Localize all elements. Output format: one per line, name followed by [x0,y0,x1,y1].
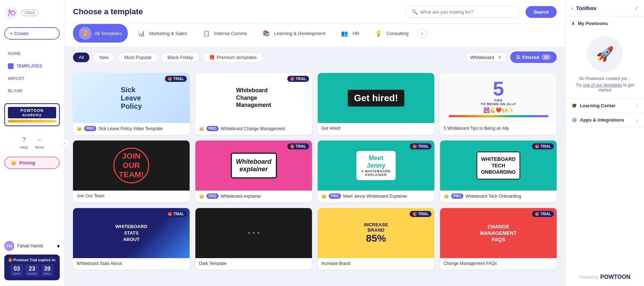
pricing-icon: 👑 [11,160,16,166]
template-card-change-mgmt[interactable]: WhiteboardChangeManagement 🎁 TRIAL 👑 PRO… [195,73,312,135]
pro-badge-text: PRO [84,126,96,131]
pro-crown-icon: 👑 [77,126,82,131]
cat-consulting-icon: 💡 [374,28,384,38]
svg-point-1 [8,10,10,12]
toolbox-header: › Toolbox ⤢ [566,0,644,16]
chip-label: Whiteboard [470,55,494,60]
card-label-join: Join Our Team [73,191,190,202]
toolbox-section-apps: ⚙️ Apps & Integrations › [566,113,644,127]
trial-timer: 03 DAYS 23 HOURS 39 MINS [8,264,56,277]
filter-popular[interactable]: Most Popular [118,52,158,63]
powered-by-area: Powered by POWTOON [566,268,644,286]
academy-box[interactable]: POWTOON academy [4,103,60,126]
user-chevron-icon: ▾ [57,243,60,250]
gift-icon: 🎁 [209,55,215,60]
academy-logo: POWTOON academy [8,107,56,118]
pro-crown-tech: 👑 [444,194,449,199]
cat-tab-all[interactable]: 🎨 All Templates [73,24,128,43]
trial-icon-wb: 🎁 [290,144,294,148]
card-label-wb-tech: 👑 PRO Whiteboard Tech Onboarding [440,191,557,202]
no-powtoons-area: 🚀 No Powtoons created yet... Try one of … [566,30,644,98]
cat-internal-icon: 📋 [201,28,211,38]
template-grid-container: SickLeavePolicy 🎁 TRIAL 👑 PRO Sick Leave… [64,67,565,286]
timer-mins: 39 MINS [41,264,54,277]
template-card-change-faqs[interactable]: ChangeManagementFAQs 🎁 TRIAL Change Mana… [440,208,557,270]
apps-chevron-icon: › [637,118,638,123]
nav-blank[interactable]: BLANK [4,85,60,96]
trial-banner: 🎁 Premium Trial expires in: 03 DAYS 23 H… [4,255,60,280]
timer-days: 03 DAYS [10,264,23,277]
template-card-sick-leave[interactable]: SickLeavePolicy 🎁 TRIAL 👑 PRO Sick Leave… [73,73,190,135]
powtoon-brand-text: POWTOON [600,274,630,280]
more-categories-button[interactable]: › [417,28,427,38]
card-thumb-wb-explainer: Whiteboardexplainer 🎁 TRIAL [195,140,312,191]
filter-all[interactable]: All [73,53,89,62]
filter-premium[interactable]: 🎁 Premium templates [203,52,263,63]
card-label-get-hired: Get Hired! [318,123,434,134]
search-input[interactable] [420,9,514,15]
pro-crown-jenny: 👑 [321,194,327,199]
pro-crown-wb: 👑 [199,194,204,199]
card-thumb-stats: WHITEBOARDSTATSABOUT 🎁 TRIAL [73,208,190,258]
5-tips-thumb: 5 TIPSTO BEING AN ALLY ☮️💪❤️🙌✨ [440,73,557,123]
template-card-get-hired[interactable]: Get hired! Get Hired! [318,73,434,135]
trial-icon-stats: 🎁 [168,212,172,216]
card-thumb-sick-leave: SickLeavePolicy 🎁 TRIAL [73,73,190,123]
cat-tab-marketing[interactable]: 📊 Marketing & Sales [131,25,193,41]
cat-tab-internal[interactable]: 📋 Internal Comms [196,25,253,41]
help-button[interactable]: ? Help [20,136,28,149]
template-card-join-team[interactable]: JOINOURTEAM! Join Our Team [73,140,190,202]
nav-import[interactable]: IMPORT [4,73,60,84]
apps-title: ⚙️ Apps & Integrations [571,117,624,123]
search-icon: 🔍 [411,9,418,15]
trial-badge-brand: 🎁 TRIAL [410,211,431,217]
template-card-dark[interactable]: ✦ ✦ ✦ Dark Template [195,208,312,270]
pro-badge-change: PRO [206,126,219,131]
template-card-wb-tech[interactable]: WHITEBOARDTECHONBOARDING 🎁 TRIAL 👑 PRO W… [440,140,557,202]
template-card-stats[interactable]: WHITEBOARDSTATSABOUT 🎁 TRIAL Whiteboard … [73,208,190,270]
whiteboard-chip: Whiteboard ✕ [465,52,506,62]
nav-templates[interactable]: TEMPLATES [4,60,60,72]
template-card-wb-explainer[interactable]: Whiteboardexplainer 🎁 TRIAL 👑 PRO Whiteb… [195,140,312,202]
avatar: FH [4,241,14,251]
trial-badge-meet-jenny: 🎁 TRIAL [410,143,431,149]
template-card-5-tips[interactable]: 5 TIPSTO BEING AN ALLY ☮️💪❤️🙌✨ 5 Whitebo… [440,73,557,135]
create-button[interactable]: + Create [4,27,60,40]
chip-remove-button[interactable]: ✕ [498,54,502,60]
user-name: Fahad Hamid [17,243,54,248]
cat-tab-consulting[interactable]: 💡 Consulting [368,25,414,41]
user-area[interactable]: FH Fahad Hamid ▾ [4,237,60,251]
nav-home[interactable]: HOME [4,48,60,59]
card-label-brand: Increase Brand [318,258,434,270]
powtoon-illustration: 🚀 [587,36,623,72]
card-label-stats: Whiteboard Stats About [73,258,190,270]
logo-area: FREE [4,6,60,20]
pricing-button[interactable]: 👑 Pricing [4,157,60,169]
template-card-meet-jenny[interactable]: MeetJenny ● WHITEBOARDEXPLAINER 🎁 TRIAL … [318,140,434,202]
cat-marketing-icon: 📊 [136,28,146,38]
more-button[interactable]: ··· More [35,136,44,149]
card-thumb-brand: INCREASEBRAND 85% 🎁 TRIAL [318,208,434,258]
toolbox-expand-button[interactable]: ⤢ [635,6,638,11]
cat-tab-hr[interactable]: 👥 HR [334,25,365,41]
my-powtoons-header[interactable]: ∧ My Powtoons [566,16,644,30]
learning-center-header[interactable]: 🎓 Learning Center › [566,99,644,113]
card-label-change-faqs: Change Management FAQs [440,258,557,270]
dark-thumb: ✦ ✦ ✦ [195,208,312,258]
card-label-change-mgmt: 👑 PRO Whiteboard Change Management [195,123,312,135]
cat-tab-learning[interactable]: 📚 Learning & Development [255,25,331,41]
sidebar-collapse-button[interactable]: ‹ [60,139,69,147]
apps-header[interactable]: ⚙️ Apps & Integrations › [566,113,644,127]
templates-link[interactable]: one of our templates [583,83,622,88]
filter-icon: ☰ [516,55,520,60]
filtered-button[interactable]: ☰ Filtered 16 [510,51,557,63]
trial-icon-jenny: 🎁 [413,144,417,148]
template-grid: SickLeavePolicy 🎁 TRIAL 👑 PRO Sick Leave… [73,73,557,270]
filter-new[interactable]: New [93,52,114,63]
toolbox-section-my-powtoons: ∧ My Powtoons 🚀 No Powtoons created yet.… [566,16,644,99]
template-card-brand[interactable]: INCREASEBRAND 85% 🎁 TRIAL Increase Brand [318,208,434,270]
filter-blackfriday[interactable]: Black Friday [161,52,199,63]
search-button[interactable]: Search [526,6,557,18]
more-icon: ··· [37,136,42,144]
page-title: Choose a template [73,7,400,16]
